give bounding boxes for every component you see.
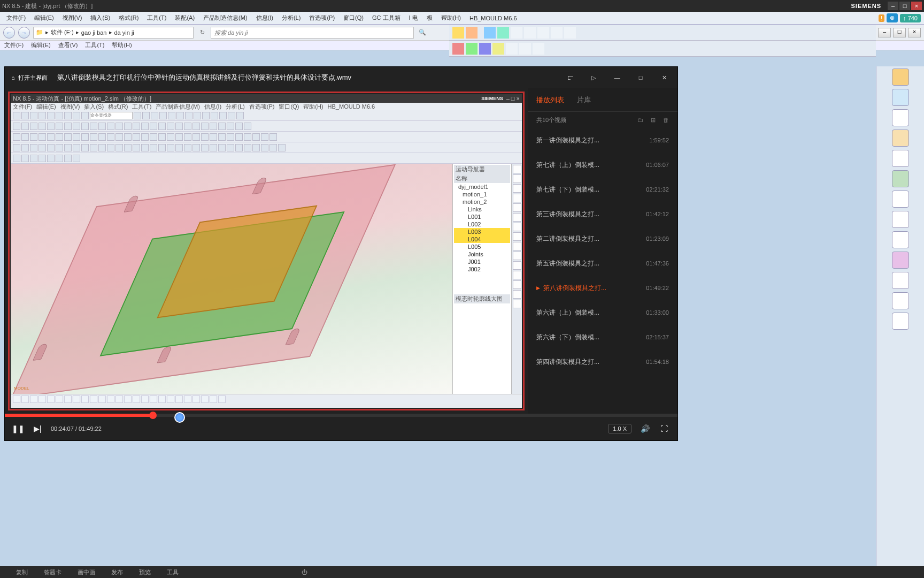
cloud-icon[interactable]: ⊗ [887, 13, 898, 22]
sort-icon[interactable]: ⊞ [651, 117, 656, 124]
tool-icon[interactable] [564, 27, 576, 39]
path-seg-2[interactable]: da yin ji [114, 29, 134, 36]
playlist-item[interactable]: 第六讲（下）倒装模...02:15:37 [528, 325, 677, 349]
tool-icon[interactable] [551, 27, 563, 39]
menu-elec[interactable]: I 电 [406, 13, 421, 23]
path-seg-0[interactable]: 软件 (E:) [51, 28, 74, 36]
playlist-item[interactable]: 第三讲倒装模具之打...01:42:12 [528, 202, 677, 226]
bottom-item[interactable]: 答题卡 [44, 568, 61, 576]
tool-icon[interactable] [466, 43, 478, 55]
exp-max-button[interactable]: □ [893, 28, 906, 37]
sidebar-tool-icon[interactable] [892, 150, 909, 167]
bottom-item[interactable]: 复制 [16, 568, 28, 576]
fullscreen-icon[interactable]: ⛶ [658, 423, 670, 435]
sidebar-tool-icon[interactable] [892, 69, 909, 86]
tool-icon[interactable] [519, 43, 531, 55]
menu-format[interactable]: 格式(R) [116, 13, 142, 23]
search-input[interactable] [211, 27, 414, 39]
sidebar-tool-icon[interactable] [892, 191, 909, 208]
maximize-button[interactable]: □ [899, 2, 910, 10]
player-close-button[interactable]: ✕ [657, 71, 671, 85]
next-button[interactable]: ▶| [32, 423, 43, 435]
tool-icon[interactable] [479, 43, 491, 55]
playlist-item[interactable]: 第七讲（上）倒装模...01:06:07 [528, 153, 677, 177]
tool-icon[interactable] [452, 27, 464, 39]
tool-icon[interactable] [497, 27, 509, 39]
playlist-item[interactable]: 第二讲倒装模具之打...01:23:09 [528, 226, 677, 251]
tool-icon[interactable] [524, 27, 536, 39]
forward-button[interactable]: → [18, 27, 30, 39]
exp-menu-file[interactable]: 文件(F) [4, 41, 24, 49]
playback-rate[interactable]: 1.0 X [608, 424, 632, 434]
bottom-item[interactable]: 发布 [111, 568, 123, 576]
playlist-item[interactable]: 第七讲（下）倒装模...02:21:32 [528, 177, 677, 202]
bottom-item[interactable]: 预览 [139, 568, 151, 576]
tool-icon[interactable] [484, 27, 496, 39]
playlist-item[interactable]: 第四讲倒装模具之打...01:54:18 [528, 349, 677, 374]
sidebar-tool-icon[interactable] [892, 211, 909, 228]
tool-icon[interactable] [492, 43, 504, 55]
popout-icon[interactable]: ⫍ [563, 71, 577, 85]
pause-button[interactable]: ❚❚ [12, 423, 24, 435]
power-icon[interactable]: ⏻ [302, 569, 307, 575]
exp-menu-tools[interactable]: 工具(T) [85, 41, 104, 49]
alert-badge[interactable]: ! [879, 14, 884, 22]
exp-min-button[interactable]: – [878, 28, 891, 37]
pin-icon[interactable]: ▷ [587, 71, 600, 85]
tool-icon[interactable] [466, 27, 478, 39]
player-max-button[interactable]: □ [634, 71, 648, 85]
sidebar-tool-icon[interactable] [892, 231, 909, 248]
menu-ji[interactable]: 极 [424, 13, 436, 23]
close-button[interactable]: × [911, 2, 922, 10]
tool-icon[interactable] [511, 27, 522, 39]
search-icon[interactable]: 🔍 [417, 29, 428, 36]
menu-tools[interactable]: 工具(T) [144, 13, 170, 23]
menu-pmi[interactable]: 产品制造信息(M) [200, 13, 251, 23]
minimize-button[interactable]: – [888, 2, 898, 10]
refresh-icon[interactable]: ↻ [197, 29, 207, 36]
tool-icon[interactable] [533, 43, 544, 55]
tab-playlist[interactable]: 播放列表 [536, 95, 564, 105]
exp-close-button[interactable]: × [908, 28, 921, 37]
playlist-item[interactable]: 第一讲倒装模具之打...1:59:52 [528, 128, 677, 153]
menu-prefs[interactable]: 首选项(P) [306, 13, 338, 23]
menu-info[interactable]: 信息(I) [253, 13, 276, 23]
bottom-item[interactable]: 工具 [167, 568, 179, 576]
exp-menu-view[interactable]: 查看(V) [58, 41, 78, 49]
sidebar-tool-icon[interactable] [892, 292, 909, 309]
menu-file[interactable]: 文件(F) [3, 13, 29, 23]
video-pane[interactable]: NX 8.5 - 运动仿真 - [(仿真) motion_2.sim （修改的）… [5, 88, 528, 414]
folder-icon[interactable]: 🗀 [637, 117, 643, 124]
sidebar-tool-icon[interactable] [892, 272, 909, 289]
sidebar-tool-icon[interactable] [892, 89, 909, 106]
tool-icon[interactable] [452, 43, 464, 55]
back-button[interactable]: ← [3, 27, 15, 39]
volume-icon[interactable]: 🔊 [639, 423, 651, 435]
sidebar-tool-icon[interactable] [892, 109, 909, 126]
sidebar-tool-icon[interactable] [892, 252, 909, 269]
sidebar-tool-icon[interactable] [892, 170, 909, 187]
menu-insert[interactable]: 插入(S) [87, 13, 113, 23]
menu-help[interactable]: 帮助(H) [438, 13, 464, 23]
playlist-item[interactable]: 第五讲倒装模具之打...01:47:36 [528, 251, 677, 276]
progress-bar[interactable] [5, 414, 677, 417]
breadcrumb[interactable]: 📁 ▸ 软件 (E:) ▸ gao ji ban ▸ da yin ji [33, 27, 194, 39]
bottom-item[interactable]: 画中画 [78, 568, 95, 576]
home-button[interactable]: ⌂ 打开主界面 [11, 74, 48, 82]
menu-view[interactable]: 视图(V) [59, 13, 86, 23]
menu-edit[interactable]: 编辑(E) [31, 13, 57, 23]
sidebar-tool-icon[interactable] [892, 130, 909, 147]
playlist-item[interactable]: 第六讲（上）倒装模...01:33:00 [528, 300, 677, 325]
sidebar-tool-icon[interactable] [892, 313, 909, 330]
tool-icon[interactable] [506, 43, 518, 55]
path-seg-1[interactable]: gao ji ban [81, 29, 107, 36]
exp-menu-help[interactable]: 帮助(H) [112, 41, 132, 49]
player-min-button[interactable]: — [610, 71, 624, 85]
tab-library[interactable]: 片库 [577, 95, 591, 105]
menu-analyze[interactable]: 分析(L) [279, 13, 304, 23]
upload-count[interactable]: ↑ 740 [900, 14, 921, 22]
exp-menu-edit[interactable]: 编辑(E) [31, 41, 51, 49]
menu-window[interactable]: 窗口(Q) [340, 13, 367, 23]
playlist-item[interactable]: 第八讲倒装模具之打...01:49:22 [528, 276, 677, 300]
menu-gc[interactable]: GC 工具箱 [369, 13, 404, 23]
